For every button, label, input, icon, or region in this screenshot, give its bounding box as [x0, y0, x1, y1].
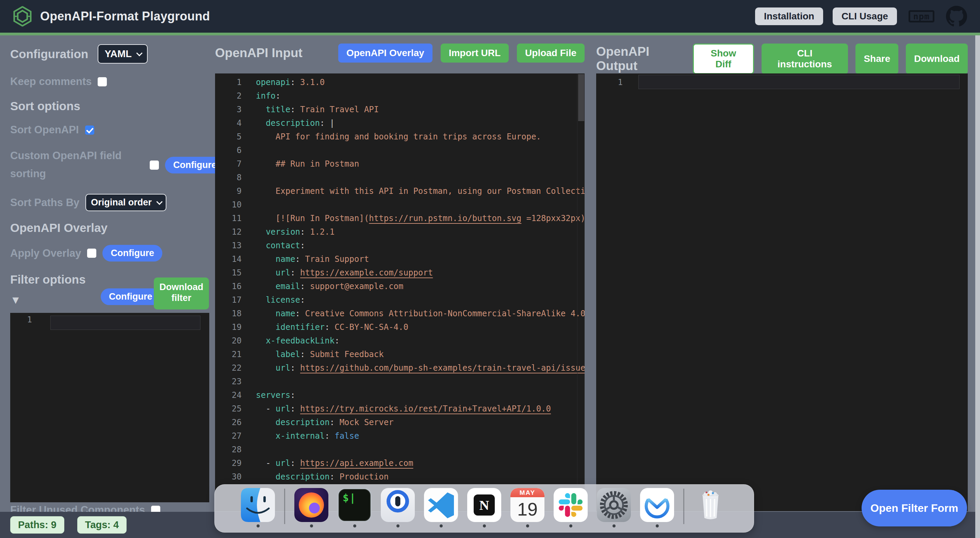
header-accent-bar	[0, 33, 980, 35]
code-line: 29 - url: https://api.example.com	[215, 456, 585, 470]
line-number: 29	[215, 456, 242, 470]
format-select-value: YAML	[105, 48, 132, 60]
code-line: 20 x-feedbackLink:	[215, 334, 585, 348]
sort-paths-row: Sort Paths By Original order	[10, 194, 166, 211]
import-url-button[interactable]: Import URL	[441, 43, 509, 63]
line-number: 24	[215, 388, 242, 402]
calendar-dock-icon[interactable]: MAY19	[511, 488, 544, 527]
dock-separator	[284, 489, 285, 524]
apply-overlay-row: Apply Overlay Configure	[10, 245, 162, 262]
code-line: 24servers:	[215, 388, 585, 402]
trash-dock-icon[interactable]	[694, 488, 727, 527]
editor-scrollbar[interactable]	[577, 73, 585, 511]
stat-badge: Paths: 9	[10, 516, 64, 533]
code-line: 19 identifier: CC-BY-NC-SA-4.0	[215, 321, 585, 334]
terminal-dock-icon[interactable]: $|	[337, 488, 372, 527]
running-indicator-dot	[440, 524, 443, 527]
airmail-dock-icon[interactable]	[640, 488, 674, 527]
code-line: 9 Experiment with this API in Postman, u…	[215, 184, 585, 198]
line-number: 20	[215, 334, 242, 348]
code-line: 26 description: Mock Server	[215, 416, 585, 429]
format-select[interactable]: YAML	[98, 44, 148, 63]
github-icon[interactable]	[946, 6, 967, 27]
app-logo-icon	[13, 6, 32, 27]
line-number: 5	[215, 130, 242, 143]
collapse-triangle-icon[interactable]: ▼	[10, 294, 21, 306]
openapi-overlay-button[interactable]: OpenAPI Overlay	[338, 43, 433, 63]
show-diff-button[interactable]: Show Diff	[693, 43, 754, 74]
code-line: 23	[215, 375, 585, 388]
vscode-dock-icon[interactable]	[424, 488, 458, 527]
onepassword-dock-icon[interactable]	[381, 488, 415, 527]
apply-overlay-checkbox[interactable]	[87, 249, 96, 258]
code-line: 15 url: https://example.com/support	[215, 266, 585, 279]
output-panel-title: OpenAPI Output	[596, 44, 693, 73]
download-button[interactable]: Download	[906, 43, 968, 74]
code-line: 5 API for finding and booking train trip…	[215, 130, 585, 143]
line-number: 18	[215, 307, 242, 321]
line-number: 16	[215, 279, 242, 293]
installation-button[interactable]: Installation	[755, 8, 823, 25]
code-line: 10	[215, 198, 585, 211]
code-line: 28	[215, 443, 585, 456]
line-number: 13	[215, 239, 242, 252]
line-number: 12	[215, 225, 242, 239]
line-number: 9	[215, 184, 242, 198]
filter-configure-button[interactable]: Configure	[101, 288, 161, 305]
input-code-editor[interactable]: 1openapi: 3.1.02info:3 title: Train Trav…	[215, 73, 585, 511]
notion-dock-icon[interactable]: N	[467, 488, 501, 527]
filter-editor[interactable]: 1	[10, 313, 209, 502]
open-filter-form-button[interactable]: Open Filter Form	[862, 490, 967, 527]
sort-paths-select[interactable]: Original order	[86, 194, 166, 211]
code-line: 16 email: support@example.com	[215, 279, 585, 293]
line-number: 28	[215, 443, 242, 456]
footer-badges: Paths: 9Tags: 4	[10, 516, 127, 533]
cli-instructions-button[interactable]: CLI instructions	[762, 43, 848, 74]
sort-openapi-row: Sort OpenAPI	[10, 124, 94, 136]
sort-openapi-checkbox[interactable]	[85, 125, 94, 135]
upload-file-button[interactable]: Upload File	[517, 43, 585, 63]
line-number: 7	[215, 157, 242, 171]
code-line: 25 - url: https://try.microcks.io/rest/T…	[215, 402, 585, 416]
scrollbar-thumb[interactable]	[578, 74, 584, 121]
running-indicator-dot	[483, 524, 486, 527]
output-code-editor[interactable]: 1	[596, 73, 968, 511]
npm-icon[interactable]: npm	[908, 10, 934, 22]
firefox-dock-icon[interactable]	[294, 488, 328, 527]
page-scrollbar[interactable]	[975, 35, 980, 538]
overlay-heading-row: OpenAPI Overlay	[10, 221, 108, 235]
output-panel-header: OpenAPI Output Show Diff CLI instruction…	[596, 43, 968, 74]
custom-sorting-checkbox[interactable]	[150, 160, 159, 170]
download-filter-button[interactable]: Download filter	[154, 278, 209, 309]
line-number: 27	[215, 429, 242, 443]
line-number: 30	[215, 470, 242, 484]
share-button[interactable]: Share	[856, 43, 898, 74]
line-number: 8	[215, 171, 242, 184]
line-number: 1	[10, 313, 32, 327]
running-indicator-dot	[396, 524, 399, 527]
line-number: 14	[215, 252, 242, 266]
code-line: 14 name: Train Support	[215, 252, 585, 266]
code-line: 3 title: Train Travel API	[215, 103, 585, 116]
filter-options-heading: Filter options	[10, 273, 86, 286]
line-number: 10	[215, 198, 242, 211]
code-line: 17 license:	[215, 293, 585, 307]
keep-comments-checkbox[interactable]	[98, 77, 107, 86]
line-number: 2	[215, 89, 242, 103]
apply-overlay-label: Apply Overlay	[10, 247, 81, 259]
settings-dock-icon[interactable]	[597, 488, 631, 527]
line-number: 25	[215, 402, 242, 416]
code-line: 8	[215, 171, 585, 184]
line-number: 6	[215, 143, 242, 157]
input-panel-title: OpenAPI Input	[215, 46, 302, 60]
apply-overlay-configure-button[interactable]: Configure	[102, 245, 162, 262]
line-number: 4	[215, 116, 242, 130]
sort-paths-label: Sort Paths By	[10, 197, 79, 209]
cli-usage-button[interactable]: CLI Usage	[833, 8, 897, 25]
sort-openapi-label: Sort OpenAPI	[10, 124, 79, 136]
slack-dock-icon[interactable]	[554, 488, 588, 527]
line-number: 22	[215, 361, 242, 375]
app-header: OpenAPI-Format Playground Installation C…	[0, 0, 980, 33]
finder-dock-icon[interactable]	[241, 488, 275, 527]
running-indicator-dot	[612, 524, 616, 527]
